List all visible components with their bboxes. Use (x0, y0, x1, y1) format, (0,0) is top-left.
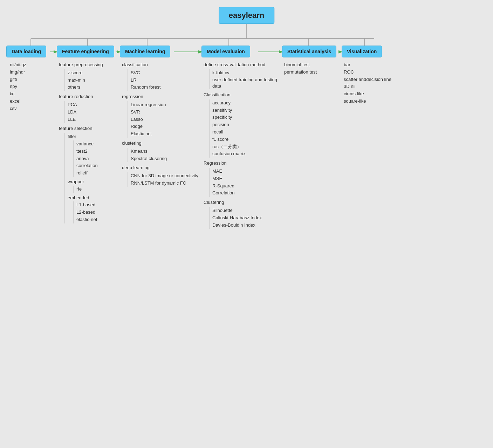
item-img: img/hdr (10, 69, 26, 76)
cat-machine-learning-label: Machine learning (125, 49, 165, 54)
item-gifti: gifti (10, 76, 26, 83)
item-3dnii: 3D nii (344, 83, 391, 90)
item-anova: anova (76, 155, 103, 163)
visualization-items: bar ROC scatter anddecision line 3D nii … (344, 61, 391, 105)
item-txt: txt (10, 90, 26, 98)
item-specificity: specificity (212, 114, 282, 121)
item-rnn: RNN/LSTM for dynamic FC (131, 180, 198, 187)
item-kmeans: Kmeans (131, 148, 198, 155)
item-lr: LR (131, 77, 198, 84)
root-label: easylearn (229, 11, 265, 20)
cat-model-evaluation: Model evaluaion (201, 46, 250, 57)
item-zscore: z-score (68, 69, 103, 77)
item-circos: circos-like (344, 90, 391, 98)
item-excel: excel (10, 98, 26, 105)
item-npy: npy (10, 83, 26, 90)
item-classification-metrics: Classification (204, 91, 282, 99)
item-maxmin: max-min (68, 77, 103, 84)
item-spectral: Spectral clusering (131, 155, 198, 163)
item-regression: regression (122, 93, 198, 101)
item-csv: csv (10, 105, 26, 112)
item-others: others (68, 84, 103, 91)
item-correlation: correlation (76, 162, 103, 170)
diagram-container: easylearn Data loading nii/nii.gz img/hd… (0, 0, 493, 448)
data-loading-items: nii/nii.gz img/hdr gifti npy txt excel c… (10, 61, 26, 112)
item-ridge: Ridge (131, 123, 198, 130)
item-bar: bar (344, 61, 391, 69)
item-clustering: clustering (122, 140, 198, 147)
item-classification: classification (122, 61, 198, 69)
item-lda: LDA (68, 109, 103, 116)
cat-statistical-analysis-label: Statistical analysis (287, 49, 331, 54)
item-permutation: permutation test (284, 69, 317, 76)
cat-data-loading-label: Data loading (12, 49, 41, 54)
item-relieff: relieff (76, 170, 103, 177)
item-embedded: embedded (68, 194, 103, 202)
item-square: square-like (344, 98, 391, 105)
statistical-analysis-items: binomial test permutation test (284, 61, 317, 76)
cat-statistical-analysis: Statistical analysis (282, 46, 336, 57)
item-rfe: rfe (76, 186, 103, 193)
item-mse: MSE (212, 175, 282, 182)
item-elastic-net: elastic-net (76, 216, 103, 223)
cat-feature-engineering: Feature engineering (57, 46, 114, 57)
cat-model-evaluation-label: Model evaluaion (207, 49, 245, 54)
item-feature-preprocessing: feature preprocessing (59, 61, 103, 69)
item-confusion-matrix: confusion matrix (212, 150, 282, 158)
item-user-defined: user defined training and testing data (212, 77, 282, 89)
item-variance: variance (76, 140, 103, 148)
item-pca: PCA (68, 101, 103, 109)
item-lle: LLE (68, 116, 103, 123)
item-random-forest: Random forest (131, 84, 198, 91)
item-filter: filter (68, 133, 103, 140)
item-ttest2: ttest2 (76, 148, 103, 155)
item-linear-regression: Linear regression (131, 101, 198, 109)
item-accuracy: accuracy (212, 99, 282, 107)
cat-feature-engineering-label: Feature engineering (62, 49, 109, 54)
root-node: easylearn (219, 7, 275, 24)
machine-learning-items: classification SVC LR Random forest regr… (122, 61, 198, 189)
item-wrapper: wrapper (68, 178, 103, 186)
item-recall: recall (212, 129, 282, 136)
feature-engineering-items: feature preprocessing z-score max-min ot… (59, 61, 103, 226)
cat-machine-learning: Machine learning (120, 46, 170, 57)
cat-visualization: Visualization (342, 46, 382, 57)
item-deep-learning: deep learning (122, 164, 198, 172)
model-evaluation-items: define cross-validation method k-fold cv… (204, 61, 282, 231)
item-pecision: pecision (212, 121, 282, 129)
item-kfold: k-fold cv (212, 69, 282, 77)
item-l1: L1-based (76, 201, 103, 209)
item-svr: SVR (131, 109, 198, 116)
item-l2: L2-based (76, 209, 103, 216)
item-davies: Davies-Bouldin Index (212, 222, 282, 229)
item-scatter: scatter anddecision line (344, 76, 391, 83)
cat-data-loading: Data loading (6, 46, 46, 57)
item-calinski: Calinski-Harabasz Index (212, 214, 282, 222)
item-regression-metrics: Regression (204, 160, 282, 167)
item-lasso: Lasso (131, 116, 198, 123)
item-correlation-reg: Correlation (212, 189, 282, 197)
item-rsquared: R-Squared (212, 182, 282, 190)
item-cnn: CNN for 3D image or connectivity (131, 172, 198, 180)
item-clustering-metrics: Clustering (204, 199, 282, 206)
item-nii: nii/nii.gz (10, 61, 26, 69)
item-define-cv: define cross-validation method (204, 61, 282, 69)
item-roc-binary: roc（二分类） (212, 143, 282, 151)
item-elastic-net-ml: Elastic net (131, 130, 198, 138)
item-svc: SVC (131, 69, 198, 77)
item-roc: ROC (344, 69, 391, 76)
item-feature-reduction: feature reduction (59, 93, 103, 101)
item-mae: MAE (212, 168, 282, 175)
cat-visualization-label: Visualization (347, 49, 377, 54)
item-binomial: binomial test (284, 61, 317, 69)
item-silhouette: Silhouette (212, 207, 282, 214)
item-feature-selection: feature selection (59, 125, 103, 132)
item-sensitivity: sensitivity (212, 107, 282, 114)
item-f1: f1 score (212, 136, 282, 143)
